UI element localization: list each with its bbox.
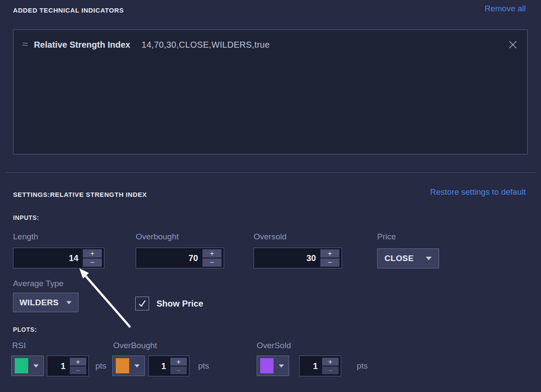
added-indicators-panel: ≈ Relative Strength Index 14,70,30,CLOSE… bbox=[13, 29, 528, 154]
close-icon bbox=[508, 40, 518, 49]
plot-oversold-label: OverSold bbox=[257, 341, 291, 350]
remove-all-link[interactable]: Remove all bbox=[485, 4, 526, 13]
chevron-down-icon bbox=[33, 364, 39, 367]
overbought-input[interactable]: 70 + − bbox=[136, 248, 224, 268]
oversold-value[interactable]: 30 bbox=[254, 253, 320, 263]
rsi-color-dropdown[interactable] bbox=[11, 356, 44, 376]
overbought-color-dropdown[interactable] bbox=[112, 356, 145, 376]
overbought-color-swatch bbox=[116, 358, 129, 373]
chevron-down-icon bbox=[426, 257, 432, 260]
oversold-decrement-button[interactable]: − bbox=[320, 258, 339, 267]
price-value: CLOSE bbox=[385, 254, 414, 263]
indicator-name: Relative Strength Index bbox=[34, 40, 130, 50]
length-increment-button[interactable]: + bbox=[83, 249, 102, 258]
rsi-weight-value[interactable]: 1 bbox=[47, 361, 70, 371]
length-decrement-button[interactable]: − bbox=[83, 258, 102, 267]
overbought-value[interactable]: 70 bbox=[136, 253, 202, 263]
overbought-increment-button[interactable]: + bbox=[202, 249, 222, 258]
chevron-down-icon bbox=[66, 301, 72, 304]
rsi-weight-input[interactable]: 1 + − bbox=[47, 356, 89, 376]
rsi-color-swatch bbox=[15, 358, 28, 373]
indicator-params: 14,70,30,CLOSE,WILDERS,true bbox=[141, 40, 270, 50]
average-type-value: WILDERS bbox=[20, 298, 59, 307]
indicator-wave-icon: ≈ bbox=[22, 39, 28, 49]
show-price-label[interactable]: Show Price bbox=[156, 299, 203, 309]
average-type-dropdown[interactable]: WILDERS bbox=[13, 293, 78, 312]
average-type-label: Average Type bbox=[13, 279, 64, 288]
oversold-weight-decrement-button[interactable]: − bbox=[322, 366, 339, 374]
oversold-weight-value[interactable]: 1 bbox=[300, 361, 322, 371]
overbought-unit-label: pts bbox=[198, 361, 209, 371]
length-label: Length bbox=[13, 232, 38, 242]
overbought-label: Overbought bbox=[136, 232, 179, 242]
chevron-down-icon bbox=[279, 364, 284, 367]
section-divider bbox=[5, 172, 536, 173]
overbought-weight-increment-button[interactable]: + bbox=[170, 358, 187, 366]
oversold-weight-input[interactable]: 1 + − bbox=[299, 356, 341, 376]
price-label: Price bbox=[377, 232, 396, 242]
added-indicators-title: ADDED TECHNICAL INDICATORS bbox=[13, 7, 124, 14]
restore-defaults-link[interactable]: Restore settings to default bbox=[430, 187, 526, 197]
oversold-weight-increment-button[interactable]: + bbox=[322, 358, 339, 366]
indicator-list-item[interactable]: ≈ Relative Strength Index 14,70,30,CLOSE… bbox=[13, 36, 527, 53]
oversold-label: Oversold bbox=[254, 232, 287, 242]
inputs-header: INPUTS: bbox=[13, 214, 39, 221]
plot-rsi-label: RSI bbox=[12, 341, 26, 350]
show-price-checkbox[interactable] bbox=[135, 297, 149, 310]
chevron-down-icon bbox=[134, 364, 140, 367]
settings-title: SETTINGS:RELATIVE STRENGTH INDEX bbox=[13, 191, 147, 198]
oversold-color-swatch bbox=[260, 358, 274, 373]
length-input[interactable]: 14 + − bbox=[13, 248, 104, 268]
oversold-input[interactable]: 30 + − bbox=[254, 248, 342, 268]
rsi-unit-label: pts bbox=[95, 361, 106, 371]
overbought-weight-value[interactable]: 1 bbox=[149, 361, 170, 371]
overbought-weight-decrement-button[interactable]: − bbox=[170, 366, 187, 374]
price-dropdown[interactable]: CLOSE bbox=[377, 248, 439, 268]
overbought-decrement-button[interactable]: − bbox=[202, 258, 222, 267]
oversold-color-dropdown[interactable] bbox=[257, 356, 289, 376]
indicator-settings-screen: ADDED TECHNICAL INDICATORS Remove all ≈ … bbox=[0, 0, 541, 392]
overbought-weight-input[interactable]: 1 + − bbox=[148, 356, 189, 376]
checkmark-icon bbox=[137, 299, 147, 308]
oversold-unit-label: pts bbox=[357, 361, 368, 371]
plots-header: PLOTS: bbox=[13, 326, 37, 333]
remove-indicator-button[interactable] bbox=[507, 39, 518, 50]
plot-overbought-label: OverBought bbox=[113, 341, 157, 350]
rsi-weight-decrement-button[interactable]: − bbox=[70, 366, 86, 374]
oversold-increment-button[interactable]: + bbox=[320, 249, 339, 258]
length-value[interactable]: 14 bbox=[13, 253, 83, 263]
rsi-weight-increment-button[interactable]: + bbox=[70, 358, 86, 366]
